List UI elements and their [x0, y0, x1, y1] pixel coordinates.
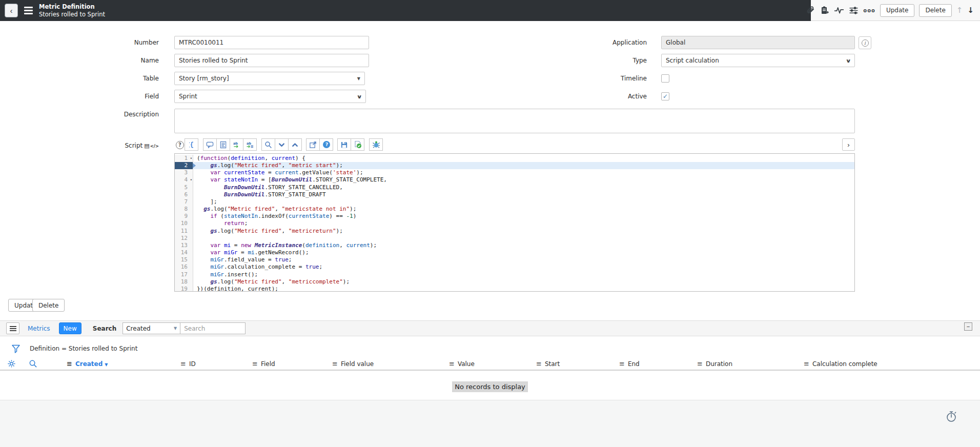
code-line[interactable]: 15 miGr.field_value = true; — [175, 256, 854, 263]
field-select[interactable]: Sprint ∨ — [174, 90, 366, 103]
collapse-list-icon[interactable]: − — [964, 322, 972, 331]
filter-breadcrumb[interactable]: Definition = Stories rolled to Sprint — [30, 340, 137, 357]
line-number[interactable]: 8 — [175, 206, 193, 213]
column-header-start[interactable]: ≡Start — [536, 357, 560, 371]
form-context-menu-icon[interactable] — [24, 6, 33, 15]
code-line[interactable]: 3 var currentState = current.getValue('s… — [175, 169, 854, 176]
replace-icon[interactable]: ab — [230, 138, 243, 151]
line-number[interactable]: 4▾ — [175, 176, 193, 184]
api-help-icon[interactable]: ? — [319, 138, 333, 151]
code-line[interactable]: 9 if (stateNotIn.indexOf(currentState) =… — [175, 213, 854, 220]
delete-button-bottom[interactable]: Delete — [32, 299, 65, 312]
column-menu-icon[interactable]: ≡ — [697, 360, 703, 368]
type-select[interactable]: Script calculation ∨ — [661, 54, 855, 67]
response-time-icon[interactable] — [945, 410, 957, 424]
open-window-icon[interactable] — [306, 138, 320, 151]
column-header-duration[interactable]: ≡Duration — [697, 357, 732, 371]
line-number[interactable]: 15 — [175, 256, 193, 263]
find-next-icon[interactable] — [275, 138, 289, 151]
new-button[interactable]: New — [59, 322, 81, 334]
fold-icon[interactable]: ▾ — [190, 176, 192, 184]
attachment-icon[interactable] — [806, 5, 815, 15]
table-select[interactable]: Story [rm_story] ▼ — [174, 72, 365, 85]
code-line[interactable]: 11 gs.log("Metric fired", "metricreturn"… — [175, 228, 854, 235]
line-number[interactable]: 18 — [175, 278, 193, 286]
format-document-icon[interactable] — [216, 138, 230, 151]
search-icon[interactable] — [261, 138, 275, 151]
number-field[interactable] — [174, 36, 369, 49]
column-header-calculation-complete[interactable]: ≡Calculation complete — [804, 357, 877, 371]
line-number[interactable]: 9 — [175, 213, 193, 220]
line-number[interactable]: 6 — [175, 191, 193, 198]
fold-icon[interactable]: ▾ — [190, 155, 192, 162]
line-number[interactable]: 13 — [175, 242, 193, 249]
next-record-icon[interactable]: ↓ — [967, 6, 974, 15]
list-search-icon[interactable] — [29, 359, 37, 370]
line-number[interactable]: 2 — [175, 162, 193, 169]
code-line[interactable]: 8 gs.log("Metric fired", "metricstate no… — [175, 206, 854, 213]
column-menu-icon[interactable]: ≡ — [536, 360, 542, 368]
column-menu-icon[interactable]: ≡ — [67, 360, 72, 368]
column-menu-icon[interactable]: ≡ — [449, 360, 455, 368]
personalize-icon[interactable] — [849, 5, 859, 15]
syntax-icon[interactable] — [185, 138, 198, 151]
active-checkbox[interactable]: ✓ — [661, 92, 669, 100]
copy-icon[interactable] — [820, 5, 829, 15]
back-button[interactable]: ‹ — [5, 4, 18, 17]
line-number[interactable]: 16 — [175, 263, 193, 271]
code-line[interactable]: 4▾ var stateNotIn = [BurnDownUtil.STORY_… — [175, 176, 854, 184]
column-header-end[interactable]: ≡End — [619, 357, 640, 371]
code-line[interactable]: 5 BurnDownUtil.STORY_STATE_CANCELLED, — [175, 184, 854, 191]
timeline-checkbox[interactable] — [661, 74, 669, 83]
syntax-check-icon[interactable] — [351, 138, 364, 151]
name-field[interactable] — [174, 54, 369, 67]
line-number[interactable]: 14 — [175, 249, 193, 256]
previous-record-icon[interactable]: ↑ — [956, 6, 963, 15]
code-line[interactable]: 12 — [175, 235, 854, 242]
tab-metrics[interactable]: Metrics — [28, 325, 50, 332]
column-menu-icon[interactable]: ≡ — [332, 360, 338, 368]
code-line[interactable]: 13 var mi = new MetricInstance(definitio… — [175, 242, 854, 249]
column-menu-icon[interactable]: ≡ — [252, 360, 258, 368]
line-number[interactable]: 19 — [175, 286, 193, 292]
column-menu-icon[interactable]: ≡ — [804, 360, 809, 368]
column-menu-icon[interactable]: ≡ — [619, 360, 625, 368]
debug-icon[interactable] — [369, 138, 383, 151]
code-line[interactable]: 16 miGr.calculation_complete = true; — [175, 263, 854, 271]
replace-all-icon[interactable]: ab — [243, 138, 257, 151]
description-field[interactable] — [174, 109, 855, 133]
code-line[interactable]: 7 ]; — [175, 198, 854, 206]
line-number[interactable]: 1▾ — [175, 155, 193, 162]
list-settings-gear-icon[interactable] — [7, 359, 16, 370]
line-number[interactable]: 17 — [175, 271, 193, 278]
code-line[interactable]: 19})(definition, current); — [175, 286, 854, 292]
line-number[interactable]: 7 — [175, 198, 193, 206]
list-search-input[interactable] — [180, 322, 246, 334]
search-field-select[interactable]: Created ▼ — [122, 322, 180, 334]
column-header-value[interactable]: ≡Value — [449, 357, 475, 371]
line-number[interactable]: 11 — [175, 228, 193, 235]
save-icon[interactable] — [337, 138, 351, 151]
filter-funnel-icon[interactable] — [11, 344, 21, 355]
column-menu-icon[interactable]: ≡ — [180, 360, 186, 368]
script-editor[interactable]: 1▾(function(definition, current) {2 gs.l… — [174, 153, 855, 292]
line-number[interactable]: 5 — [175, 184, 193, 191]
delete-button[interactable]: Delete — [919, 4, 951, 17]
expand-toolbar-icon[interactable]: › — [842, 138, 855, 151]
code-line[interactable]: 1▾(function(definition, current) { — [175, 155, 854, 162]
code-line[interactable]: 6 BurnDownUtil.STORY_STATE_DRAFT — [175, 191, 854, 198]
code-line[interactable]: 2 gs.log("Metric fired", "metric start")… — [175, 162, 854, 169]
code-line[interactable]: 17 miGr.insert(); — [175, 271, 854, 278]
list-context-menu-icon[interactable] — [6, 322, 19, 334]
find-previous-icon[interactable] — [288, 138, 302, 151]
column-header-field[interactable]: ≡Field — [252, 357, 275, 371]
script-help-icon[interactable]: ? — [176, 141, 184, 149]
code-line[interactable]: 18 gs.log("Metric fired", "metriccomplet… — [175, 278, 854, 286]
activity-icon[interactable] — [834, 5, 844, 15]
code-line[interactable]: 14 var miGr = mi.getNewRecord(); — [175, 249, 854, 256]
update-button[interactable]: Update — [880, 4, 914, 17]
line-number[interactable]: 12 — [175, 235, 193, 242]
more-options-icon[interactable]: ooo — [863, 8, 875, 13]
line-number[interactable]: 3 — [175, 169, 193, 176]
column-header-id[interactable]: ≡ID — [180, 357, 196, 371]
